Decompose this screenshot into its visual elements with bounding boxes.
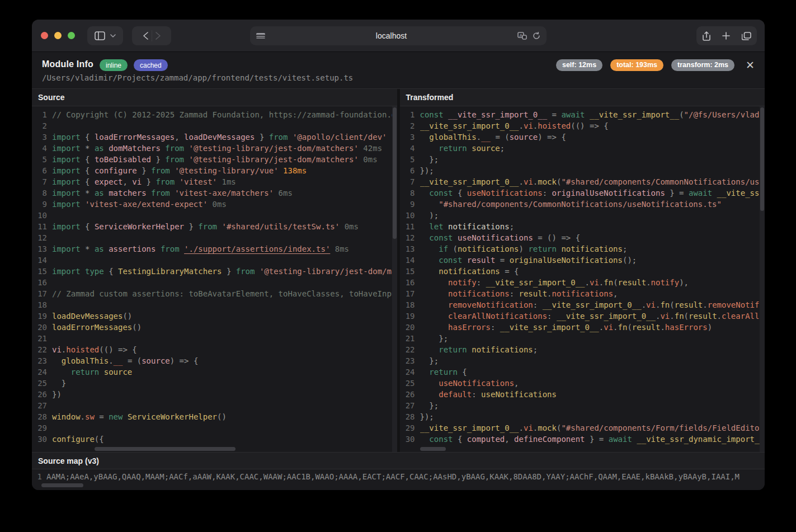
sourcemap-hscroll-thumb[interactable] — [41, 483, 83, 487]
code-panels: Source 1// Copyright (C) 2012-2025 Zamma… — [32, 88, 765, 452]
sidebar-icon — [95, 31, 105, 40]
code-line: 18 — [32, 299, 397, 310]
line-number: 30 — [400, 434, 420, 445]
reload-icon[interactable] — [533, 32, 540, 40]
line-number: 16 — [400, 277, 420, 288]
line-number: 9 — [400, 199, 420, 210]
line-number: 26 — [32, 389, 52, 400]
code-line: 29__vite_ssr_import_0__.vi.mock("#shared… — [400, 422, 765, 434]
code-line: 30configure({ — [32, 434, 397, 445]
code-line: 13import * as assertions from './support… — [32, 243, 397, 255]
code-line: 14 const result = originalUseNotificatio… — [400, 255, 765, 266]
code-line: 30 const { computed, defineComponent } =… — [400, 434, 765, 445]
line-number: 15 — [32, 266, 52, 277]
source-hscroll-thumb[interactable] — [95, 447, 235, 451]
line-number: 22 — [32, 344, 52, 355]
module-badge: inline — [100, 59, 128, 71]
transformed-vertical-scrollbar[interactable] — [760, 106, 765, 452]
nav-buttons — [132, 26, 171, 45]
sourcemap-section: Source map (v3) 1 AAMA;AAeA,yBAAG,QAAQ,M… — [32, 452, 765, 490]
code-line: 20loadErrorMessages() — [32, 322, 397, 333]
line-number: 20 — [32, 322, 52, 333]
code-line: 1// Copyright (C) 2012-2025 Zammad Found… — [32, 109, 397, 120]
code-line: 22 return notifications; — [400, 344, 765, 355]
code-line: 5import { toBeDisabled } from '@testing-… — [32, 154, 397, 165]
line-number: 19 — [32, 310, 52, 322]
code-line: 18 removeNotification: __vite_ssr_import… — [400, 299, 765, 310]
code-line: 6}); — [400, 165, 765, 176]
source-panel: Source 1// Copyright (C) 2012-2025 Zamma… — [32, 89, 397, 452]
source-vscroll-thumb[interactable] — [393, 107, 397, 239]
close-window-button[interactable] — [41, 32, 48, 39]
code-line: 19 clearAllNotifications: __vite_ssr_imp… — [400, 310, 765, 322]
line-number: 20 — [400, 322, 420, 333]
translate-icon[interactable]: A — [517, 32, 527, 40]
line-number: 23 — [32, 355, 52, 366]
sourcemap-mappings: AAMA;AAeA,yBAAG,QAAQ,MAAM;AACf,aAAW,KAAK… — [46, 471, 740, 482]
code-line: 11import { ServiceWorkerHelper } from '#… — [32, 221, 397, 232]
line-number: 24 — [400, 366, 420, 378]
code-line: 14 — [32, 255, 397, 266]
line-number: 24 — [32, 366, 52, 378]
code-line: 23 }; — [400, 355, 765, 366]
close-panel-button[interactable]: ✕ — [745, 60, 756, 70]
reader-icon[interactable] — [256, 32, 265, 40]
nav-separator — [152, 30, 152, 41]
code-line: 24 return source — [32, 366, 397, 378]
module-badges: inlinecached — [93, 59, 168, 69]
line-number: 17 — [400, 288, 420, 299]
line-number: 28 — [32, 411, 52, 422]
line-number: 7 — [32, 176, 52, 187]
code-line: 15 notifications = { — [400, 266, 765, 277]
code-line: 5 }; — [400, 154, 765, 165]
forward-button[interactable] — [156, 32, 161, 40]
transformed-hscroll-thumb[interactable] — [420, 447, 446, 451]
line-number: 22 — [400, 344, 420, 355]
browser-toolbar: localhost A — [32, 20, 765, 52]
minimize-window-button[interactable] — [54, 32, 62, 39]
code-line: 10 ); — [400, 210, 765, 221]
code-line: 28}); — [400, 411, 765, 422]
line-number: 13 — [400, 243, 420, 255]
module-info-header: Module Info inlinecached self: 12mstotal… — [32, 52, 765, 88]
code-line: 13 if (notifications) return notificatio… — [400, 243, 765, 255]
sidebar-toggle-button[interactable] — [87, 26, 123, 45]
line-number: 7 — [400, 176, 420, 187]
line-number: 1 — [400, 109, 420, 120]
code-line: 7import { expect, vi } from 'vitest' 1ms — [32, 176, 397, 187]
code-line: 21 }; — [400, 333, 765, 344]
code-line: 3 globalThis.__ = (source) => { — [400, 131, 765, 143]
code-line: 8import * as matchers from 'vitest-axe/m… — [32, 187, 397, 199]
line-number: 4 — [32, 143, 52, 154]
transformed-vscroll-thumb[interactable] — [760, 107, 764, 211]
line-number: 11 — [400, 221, 420, 232]
zoom-window-button[interactable] — [68, 32, 75, 39]
line-number: 25 — [400, 378, 420, 389]
code-line: 2__vite_ssr_import_0__.vi.hoisted(() => … — [400, 120, 765, 131]
new-tab-icon[interactable] — [722, 32, 730, 40]
sourcemap-line: 1 AAMA;AAeA,yBAAG,QAAQ,MAAM;AACf,aAAW,KA… — [32, 469, 765, 482]
tab-overview-icon[interactable] — [742, 32, 751, 40]
line-number: 29 — [32, 422, 52, 434]
address-bar[interactable]: localhost A — [250, 26, 547, 45]
code-line: 17// Zammad custom assertions: toBeAvata… — [32, 288, 397, 299]
transformed-panel-title: Transformed — [400, 89, 765, 106]
share-icon[interactable] — [703, 31, 710, 41]
code-line: 25 } — [32, 378, 397, 389]
line-number: 15 — [400, 266, 420, 277]
line-number: 25 — [32, 378, 52, 389]
code-line: 27 — [32, 400, 397, 411]
code-line: 4 return source; — [400, 143, 765, 154]
back-button[interactable] — [143, 32, 148, 40]
line-number: 9 — [32, 199, 52, 210]
timing-badge: transform: 2ms — [671, 59, 734, 71]
line-number: 13 — [32, 243, 52, 255]
code-line: 4import * as domMatchers from '@testing-… — [32, 143, 397, 154]
source-vertical-scrollbar[interactable] — [392, 106, 397, 452]
code-line: 3import { loadErrorMessages, loadDevMess… — [32, 131, 397, 143]
module-badge: cached — [134, 59, 168, 71]
code-line: 2 — [32, 120, 397, 131]
line-number: 8 — [400, 187, 420, 199]
line-number: 10 — [32, 210, 52, 221]
module-link[interactable]: './support/assertions/index.ts' — [184, 244, 330, 253]
